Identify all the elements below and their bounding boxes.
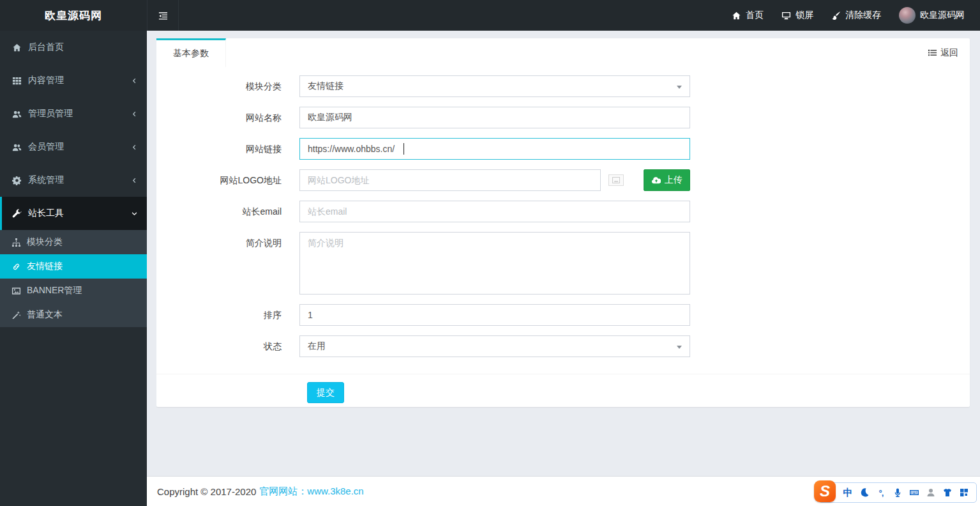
- field-label: 网站名称: [156, 107, 299, 128]
- ime-keyboard-button[interactable]: [907, 484, 921, 501]
- submenu-item-friend-links[interactable]: 友情链接: [0, 254, 147, 279]
- site-name-input[interactable]: [299, 107, 690, 128]
- sidebar-item-dashboard[interactable]: 后台首页: [0, 31, 147, 64]
- sidebar-item-label: 后台首页: [28, 42, 138, 53]
- status-selected-value: 在用: [308, 341, 326, 352]
- nav-lockscreen-label: 锁屏: [795, 10, 813, 21]
- microphone-icon: [893, 487, 903, 498]
- tab-bar: 基本参数 返回: [156, 38, 970, 67]
- site-url-input[interactable]: [299, 138, 690, 160]
- magic-icon: [11, 310, 21, 320]
- module-category-selected-value: 友情链接: [308, 80, 343, 92]
- chevron-left-icon: [131, 111, 138, 118]
- status-select[interactable]: 在用: [299, 335, 690, 357]
- nav-user[interactable]: 欧皇源码网: [890, 0, 974, 31]
- module-category-select[interactable]: 友情链接: [299, 75, 690, 97]
- ime-punctuation-button[interactable]: °‚: [874, 484, 888, 501]
- gear-icon: [12, 176, 22, 185]
- ime-toolbox-button[interactable]: [957, 484, 971, 501]
- brand-logo[interactable]: 欧皇源码网: [0, 0, 147, 31]
- tab-basic-params[interactable]: 基本参数: [156, 38, 226, 67]
- sort-order-input[interactable]: [299, 304, 690, 326]
- sidebar-item-label: 内容管理: [28, 75, 124, 86]
- avatar: [899, 7, 916, 24]
- sidebar-item-admin-mgmt[interactable]: 管理员管理: [0, 97, 147, 130]
- topnav: 首页 锁屏 清除缓存 欧皇源码网: [723, 0, 980, 31]
- nav-user-label: 欧皇源码网: [920, 10, 965, 21]
- official-site-link[interactable]: 官网网站：www.3k8e.cn: [259, 486, 363, 498]
- ime-night-mode-button[interactable]: [857, 484, 871, 501]
- main-content: 基本参数 返回 模块分类 友情链接 网站名称: [147, 31, 980, 506]
- back-link[interactable]: 返回: [928, 38, 958, 67]
- home-icon: [732, 11, 741, 20]
- nav-clear-cache-label: 清除缓存: [845, 10, 881, 21]
- submenu-item-banner-mgmt[interactable]: BANNER管理: [0, 279, 147, 303]
- person-icon: [926, 487, 936, 498]
- form-row-site-name: 网站名称: [156, 107, 970, 128]
- chevron-left-icon: [131, 144, 138, 151]
- form-row-module-category: 模块分类 友情链接: [156, 75, 970, 97]
- submenu-item-label: 友情链接: [27, 261, 63, 272]
- brush-icon: [831, 11, 841, 20]
- caret-down-icon: [677, 346, 682, 349]
- field-label: 站长email: [156, 201, 299, 222]
- link-icon: [11, 262, 21, 272]
- sidebar-item-webmaster-tools[interactable]: 站长工具: [0, 197, 147, 230]
- form-row-email: 站长email: [156, 201, 970, 222]
- form-row-status: 状态 在用: [156, 335, 970, 357]
- chevron-left-icon: [131, 77, 138, 84]
- nav-home[interactable]: 首页: [723, 0, 773, 31]
- nav-clear-cache[interactable]: 清除缓存: [822, 0, 890, 31]
- list-icon: [928, 48, 937, 57]
- submenu-item-module-category[interactable]: 模块分类: [0, 230, 147, 254]
- field-label: 状态: [156, 335, 299, 357]
- sidebar-item-system-mgmt[interactable]: 系统管理: [0, 164, 147, 197]
- outdent-icon: [158, 11, 168, 20]
- chevron-left-icon: [131, 177, 138, 184]
- home-icon: [12, 43, 22, 52]
- sidebar-item-label: 管理员管理: [28, 108, 124, 119]
- basic-params-card: 基本参数 返回 模块分类 友情链接 网站名称: [156, 38, 970, 407]
- upload-button[interactable]: 上传: [644, 169, 690, 191]
- submit-button[interactable]: 提交: [307, 382, 344, 403]
- sidebar-item-member-mgmt[interactable]: 会员管理: [0, 130, 147, 164]
- sidebar-item-label: 会员管理: [28, 141, 124, 153]
- sogou-logo-icon[interactable]: S: [814, 480, 836, 502]
- back-link-label: 返回: [940, 47, 958, 59]
- friend-link-form: 模块分类 友情链接 网站名称 网站链接: [156, 67, 970, 403]
- keyboard-icon: [909, 487, 919, 498]
- toolbox-grid-icon: [959, 487, 969, 498]
- text-caret: [403, 143, 404, 155]
- ime-skin-button[interactable]: [940, 484, 954, 501]
- modules-icon: [11, 238, 21, 247]
- ime-voice-button[interactable]: [891, 484, 905, 501]
- ime-account-button[interactable]: [924, 484, 938, 501]
- nav-lockscreen[interactable]: 锁屏: [773, 0, 822, 31]
- form-row-sort: 排序: [156, 304, 970, 326]
- ime-toolbar: S 中 °‚: [818, 482, 977, 503]
- caret-down-icon: [677, 86, 682, 89]
- sidebar: 后台首页 内容管理 管理员管理 会员管理 系统管理 站长工具 模块分类 友情链接: [0, 31, 147, 506]
- webmaster-email-input[interactable]: [299, 201, 690, 222]
- webmaster-tools-submenu: 模块分类 友情链接 BANNER管理 普通文本: [0, 230, 147, 327]
- moon-icon: [859, 487, 870, 498]
- tshirt-icon: [942, 487, 953, 498]
- submenu-item-label: 模块分类: [27, 236, 63, 248]
- field-label: 排序: [156, 304, 299, 326]
- form-row-site-url: 网站链接: [156, 138, 970, 160]
- wrench-icon: [12, 209, 22, 218]
- sidebar-item-label: 站长工具: [28, 208, 124, 219]
- grid-icon: [12, 76, 22, 86]
- field-label: 模块分类: [156, 75, 299, 97]
- sidebar-item-content-mgmt[interactable]: 内容管理: [0, 64, 147, 97]
- image-preview-placeholder-icon: [608, 174, 624, 186]
- description-textarea[interactable]: [299, 232, 690, 295]
- logo-url-input[interactable]: [299, 169, 601, 191]
- field-label: 简介说明: [156, 232, 299, 254]
- field-label: 网站LOGO地址: [156, 169, 299, 191]
- sidebar-toggle-button[interactable]: [147, 0, 179, 31]
- cloud-upload-icon: [651, 176, 661, 185]
- ime-chinese-mode-button[interactable]: 中: [841, 484, 855, 501]
- submenu-item-plain-text[interactable]: 普通文本: [0, 303, 147, 327]
- copyright-text: Copyright © 2017-2020: [157, 486, 256, 497]
